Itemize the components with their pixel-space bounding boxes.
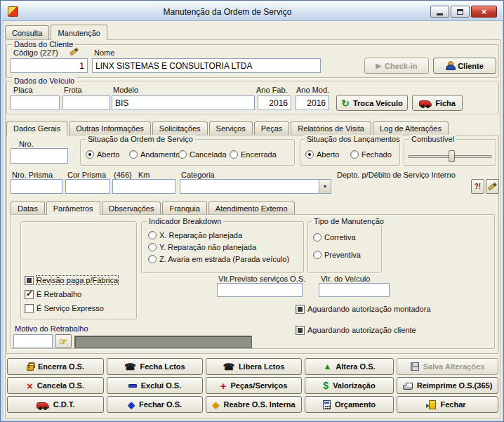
fecha-lctos-label: Fecha Lctos	[140, 362, 185, 371]
hand-icon: ☞	[59, 337, 67, 346]
depto-edit-button[interactable]	[486, 179, 499, 194]
vlr-previsto-input[interactable]	[217, 283, 303, 297]
minimize-button[interactable]	[430, 6, 449, 18]
checkbox-revisao-paga[interactable]: Revisão paga p/Fábrica	[25, 275, 118, 285]
tab-consulta[interactable]: Consulta	[5, 25, 49, 39]
fechar-button[interactable]: Fechar	[397, 396, 498, 413]
calculator-icon	[323, 400, 331, 409]
fecha-lctos-button[interactable]: ☎ Fecha Lctos	[107, 358, 203, 375]
tab-atendimento-externo[interactable]: Atendimento Externo	[208, 202, 295, 214]
tab-servicos[interactable]: Serviços	[209, 121, 253, 135]
ano-fab-input[interactable]	[258, 95, 291, 110]
radio-breakdown-z[interactable]: Z. Avaria em estrada (Parada veículo)	[148, 254, 289, 264]
frota-input[interactable]	[62, 95, 110, 110]
altera-os-button[interactable]: ▲ Altera O.S.	[305, 358, 394, 375]
categoria-combobox[interactable]: ▼	[180, 179, 331, 194]
motivo-retrabalho-input[interactable]	[13, 334, 53, 348]
maximize-icon	[457, 9, 463, 15]
checkin-button[interactable]: ▶ Check-in	[364, 58, 429, 74]
encerra-os-button[interactable]: Encerra O.S.	[7, 358, 104, 375]
vlr-veiculo-input[interactable]	[319, 283, 390, 297]
reabre-os-button[interactable]: ◆ Reabre O.S. Interna	[206, 396, 302, 413]
codigo-input[interactable]	[11, 58, 88, 73]
motivo-browse-button[interactable]: ☞	[55, 334, 72, 348]
valorizacao-button[interactable]: $ Valorização	[305, 377, 394, 394]
nro-prisma-input[interactable]	[11, 179, 62, 194]
km-input[interactable]	[112, 179, 175, 194]
radio-os-andamento[interactable]: Andamento	[129, 150, 180, 159]
radio-os-encerrada[interactable]: Encerrada	[230, 150, 277, 159]
tab-pecas[interactable]: Peças	[254, 121, 290, 135]
radio-breakdown-y[interactable]: Y. Reparação não planejada	[148, 242, 256, 252]
printer-icon	[403, 385, 413, 390]
checkbox-retrabalho[interactable]: É Retrabalho	[25, 289, 81, 299]
depto-help-button[interactable]: ?!	[471, 179, 484, 194]
tab-datas[interactable]: Datas	[11, 202, 45, 214]
close-button[interactable]: ×	[471, 6, 497, 18]
radio-corretiva[interactable]: Corretiva	[313, 232, 356, 242]
tab-relatorios-de-visita[interactable]: Relatórios de Visita	[291, 121, 371, 135]
radio-circle	[350, 150, 359, 159]
tab-outras-informacoes[interactable]: Outras Informações	[69, 121, 151, 135]
pencil-icon	[488, 183, 497, 191]
exclui-os-button[interactable]: Exclui O.S.	[107, 377, 203, 394]
radio-preventiva[interactable]: Preventiva	[313, 250, 361, 260]
salva-alteracoes-button[interactable]: Salva Alterações	[397, 358, 498, 375]
tab-franquia[interactable]: Franquia	[162, 202, 206, 214]
car-icon	[37, 402, 49, 409]
pecas-servicos-label: Peças/Serviços	[231, 381, 288, 390]
group-tipo-manutencao	[307, 221, 382, 273]
diamond-icon: ◆	[212, 400, 219, 409]
tab-solicitacoes[interactable]: Solicitações	[152, 121, 208, 135]
plus-icon: +	[220, 381, 227, 391]
radio-breakdown-x[interactable]: X. Reparação planejada	[148, 230, 242, 240]
group-tipo-manutencao-caption: Tipo de Manutenção	[312, 217, 386, 225]
combustivel-slider[interactable]	[408, 150, 492, 163]
checkbox-aguardando-montadora[interactable]: Aguardando autorização montadora	[296, 304, 431, 314]
ficha-button[interactable]: Ficha	[412, 95, 463, 111]
radio-lctos-fechado[interactable]: Fechado	[350, 150, 392, 159]
cancela-os-button[interactable]: × Cancela O.S.	[7, 377, 104, 394]
cor-prisma-input[interactable]	[65, 179, 110, 194]
altera-os-label: Altera O.S.	[336, 362, 375, 371]
fechar-os-button[interactable]: ◆ Fechar O.S.	[107, 396, 203, 413]
minus-icon	[128, 384, 137, 388]
ano-mod-input[interactable]	[296, 95, 329, 110]
checkbox-aguardando-cliente[interactable]: Aguardando autorização cliente	[296, 325, 416, 335]
radio-lctos-aberto[interactable]: Aberto	[305, 150, 339, 159]
nome-input[interactable]	[92, 58, 321, 73]
troca-veiculo-button[interactable]: ↻ Troca Veículo	[336, 95, 408, 111]
checkbox-box	[25, 276, 34, 285]
radio-os-aberto[interactable]: Aberto	[86, 150, 119, 159]
radio-label: Cancelada	[190, 150, 227, 159]
tab-manutencao[interactable]: Manutenção	[51, 25, 107, 40]
reimprime-os-button[interactable]: Reimprime O.S.(365)	[397, 377, 498, 394]
maximize-button[interactable]	[451, 6, 470, 18]
tab-observacoes[interactable]: Observações	[102, 202, 161, 214]
tab-log-de-alteracoes[interactable]: Log de Alterações	[373, 121, 449, 135]
orcamento-button[interactable]: Orçamento	[305, 396, 394, 413]
placa-input[interactable]	[11, 95, 60, 110]
tab-parametros[interactable]: Parâmetros	[46, 201, 100, 215]
pecas-servicos-button[interactable]: + Peças/Serviços	[206, 377, 302, 394]
modelo-input[interactable]	[112, 95, 255, 110]
checkbox-label: É Serviço Expresso	[37, 304, 104, 312]
salva-alteracoes-label: Salva Alterações	[423, 362, 485, 371]
tab-dados-gerais[interactable]: Dados Gerais	[6, 121, 67, 136]
person-icon	[446, 61, 454, 70]
radio-os-cancelada[interactable]: Cancelada	[178, 150, 227, 159]
valorizacao-label: Valorização	[333, 381, 376, 390]
radio-circle	[148, 243, 157, 251]
ano-fab-label: Ano Fab.	[256, 86, 288, 94]
checkbox-servico-expresso[interactable]: É Serviço Expresso	[25, 303, 104, 313]
nro-input[interactable]	[11, 148, 68, 164]
slider-thumb[interactable]	[449, 150, 455, 162]
dollar-icon: $	[323, 381, 329, 390]
cdt-button[interactable]: C.D.T.	[7, 396, 104, 413]
codigo-label: Código (227)	[13, 48, 58, 57]
libera-lctos-button[interactable]: ☎ Libera Lctos	[206, 358, 302, 375]
cliente-button[interactable]: Cliente	[433, 58, 496, 74]
frota-label: Frota	[64, 86, 82, 94]
car-icon	[419, 100, 432, 107]
cor-prisma-label: Cor Prisma	[67, 171, 106, 179]
